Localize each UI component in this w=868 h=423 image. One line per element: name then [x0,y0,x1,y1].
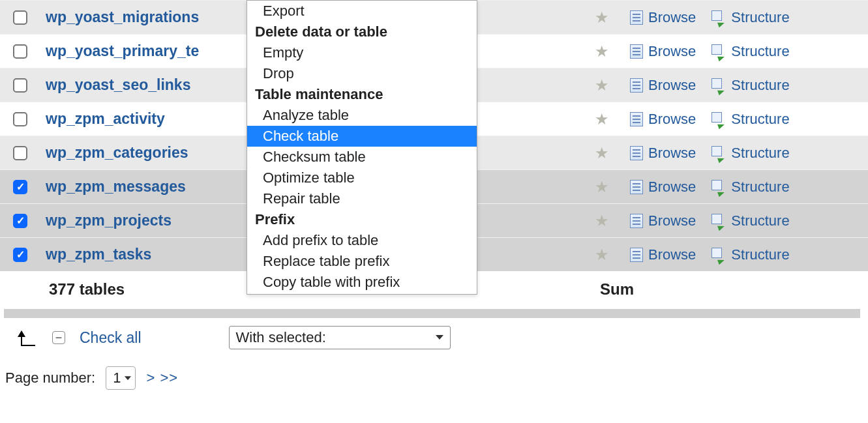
browse-label: Browse [648,43,696,60]
menu-export[interactable]: Export [247,1,477,22]
menu-empty[interactable]: Empty [247,42,477,63]
menu-replace-prefix[interactable]: Replace table prefix [247,251,477,272]
select-pointer-icon [18,328,38,347]
structure-label: Structure [731,212,789,229]
browse-label: Browse [648,9,696,26]
structure-icon [711,44,726,59]
row-checkbox[interactable] [13,112,27,126]
browse-link[interactable]: Browse [630,145,696,162]
structure-icon [711,248,726,262]
row-checkbox[interactable]: ✓ [13,180,27,194]
browse-icon [630,180,643,194]
menu-copy-prefix[interactable]: Copy table with prefix [247,272,477,293]
bulk-action-menu: Export Delete data or table Empty Drop T… [247,0,477,295]
structure-link[interactable]: Structure [711,212,789,229]
horizontal-scrollbar[interactable] [4,309,860,318]
menu-drop[interactable]: Drop [247,63,477,84]
browse-link[interactable]: Browse [630,246,696,263]
menu-group-prefix: Prefix [247,209,477,230]
browse-link[interactable]: Browse [630,179,696,196]
pagination-footer: Page number: 1 > >> [0,358,868,398]
favorite-star-icon[interactable]: ★ [593,246,610,264]
browse-label: Browse [648,212,696,229]
structure-label: Structure [731,9,789,26]
structure-icon [711,78,726,93]
structure-label: Structure [731,145,789,162]
menu-add-prefix[interactable]: Add prefix to table [247,230,477,251]
menu-optimize[interactable]: Optimize table [247,168,477,188]
structure-icon [711,112,726,126]
check-all-link[interactable]: Check all [80,329,142,347]
row-checkbox[interactable]: ✓ [13,214,27,228]
with-selected-dropdown[interactable]: With selected: [229,326,451,349]
row-checkbox[interactable] [13,78,27,93]
structure-label: Structure [731,246,789,263]
structure-label: Structure [731,43,789,60]
browse-icon [630,112,643,126]
browse-link[interactable]: Browse [630,43,696,60]
browse-link[interactable]: Browse [630,111,696,128]
row-checkbox[interactable] [13,10,27,25]
browse-icon [630,146,643,160]
structure-label: Structure [731,77,789,94]
partial-check-icon[interactable]: − [52,331,65,344]
menu-checksum[interactable]: Checksum table [247,147,477,168]
browse-label: Browse [648,246,696,263]
browse-icon [630,78,643,93]
favorite-star-icon[interactable]: ★ [593,110,610,128]
favorite-star-icon[interactable]: ★ [593,144,610,162]
favorite-star-icon[interactable]: ★ [593,212,610,230]
browse-icon [630,248,643,262]
menu-analyze[interactable]: Analyze table [247,105,477,126]
table-list-container: wp_yoast_migrations★BrowseStructurewp_yo… [0,0,868,398]
row-checkbox[interactable] [13,44,27,59]
browse-label: Browse [648,77,696,94]
menu-group-maintenance: Table maintenance [247,84,477,105]
structure-icon [711,146,726,160]
menu-group-delete: Delete data or table [247,22,477,42]
structure-label: Structure [731,179,789,196]
structure-link[interactable]: Structure [711,179,789,196]
structure-icon [711,10,726,25]
structure-link[interactable]: Structure [711,43,789,60]
browse-link[interactable]: Browse [630,212,696,229]
browse-icon [630,44,643,59]
structure-link[interactable]: Structure [711,77,789,94]
browse-icon [630,214,643,228]
page-number-select[interactable]: 1 [106,366,136,390]
structure-link[interactable]: Structure [711,145,789,162]
pagination-next[interactable]: > >> [146,370,178,387]
structure-link[interactable]: Structure [711,246,789,263]
favorite-star-icon[interactable]: ★ [593,76,610,95]
page-number-label: Page number: [5,370,95,387]
browse-label: Browse [648,111,696,128]
browse-link[interactable]: Browse [630,9,696,26]
menu-repair[interactable]: Repair table [247,188,477,209]
row-checkbox[interactable]: ✓ [13,248,27,262]
browse-link[interactable]: Browse [630,77,696,94]
structure-icon [711,180,726,194]
favorite-star-icon[interactable]: ★ [593,178,610,196]
favorite-star-icon[interactable]: ★ [593,42,610,61]
browse-label: Browse [648,179,696,196]
menu-check[interactable]: Check table [247,126,477,147]
sum-label: Sum [600,280,634,299]
browse-label: Browse [648,145,696,162]
bulk-action-footer: − Check all With selected: [0,322,868,358]
structure-label: Structure [731,111,789,128]
browse-icon [630,10,643,25]
structure-link[interactable]: Structure [711,111,789,128]
favorite-star-icon[interactable]: ★ [593,8,610,27]
row-checkbox[interactable] [13,146,27,160]
structure-link[interactable]: Structure [711,9,789,26]
structure-icon [711,214,726,228]
